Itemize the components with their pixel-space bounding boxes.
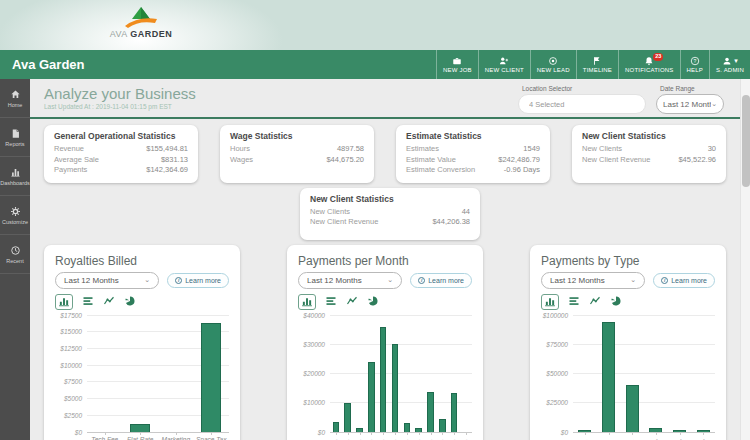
new-job-button[interactable]: NEW JOB: [436, 50, 478, 79]
sidebar-item-recent[interactable]: Recent: [0, 235, 30, 274]
bar-April, 2019: [380, 327, 387, 432]
pie-chart-icon[interactable]: [124, 293, 136, 311]
nav-label: NEW JOB: [443, 67, 472, 73]
new-client-button[interactable]: NEW CLIENT: [478, 50, 530, 79]
learn-more-button[interactable]: i Learn more: [410, 273, 472, 288]
nav-label: NEW LEAD: [537, 67, 570, 73]
y-axis-labels: $0$10000$20000$30000$40000: [298, 315, 330, 433]
bell-icon: 23: [644, 56, 654, 66]
sidebar-item-customize[interactable]: Customize: [0, 196, 30, 235]
last-updated-text: Last Updated At : 2019-11-04 01:15 pm ES…: [44, 103, 196, 110]
admin-user-menu[interactable]: ▾ S. ADMIN: [709, 50, 750, 79]
new-client-statistics-center-card: New Client Statistics New Clients44 New …: [300, 188, 480, 240]
y-tick-label: $100000: [543, 311, 568, 318]
center-stats-row: New Client Statistics New Clients44 New …: [30, 188, 750, 240]
stat-label: Hours: [230, 144, 250, 155]
bar-Space Tax: [201, 323, 221, 432]
learn-more-button[interactable]: i Learn more: [653, 273, 715, 288]
page-title: Analyze your Business: [44, 85, 196, 102]
plot-area: [573, 315, 715, 433]
pie-chart-icon[interactable]: [367, 293, 379, 311]
stat-value: 4897.58: [337, 144, 364, 155]
learn-more-label: Learn more: [428, 277, 464, 284]
chart-range-select[interactable]: Last 12 Months ⌄: [55, 272, 159, 289]
y-tick-label: $20000: [303, 370, 325, 377]
notification-badge: 23: [653, 53, 663, 61]
stat-value: $831.13: [161, 155, 188, 166]
y-tick-label: $5000: [64, 395, 82, 402]
sidebar-item-label: Reports: [5, 141, 24, 147]
stats-row: General Operational Statistics Revenue$1…: [30, 119, 750, 183]
stat-value: 44: [462, 207, 470, 218]
stat-label: Estimates: [406, 144, 439, 155]
nav-label: HELP: [687, 67, 703, 73]
gridline: [330, 344, 472, 345]
horizontal-bar-chart-icon[interactable]: [325, 293, 337, 311]
stat-value: $242,486.79: [498, 155, 540, 166]
stat-label: Payments: [54, 165, 87, 176]
stat-label: Wages: [230, 155, 253, 166]
bar-chart-icon[interactable]: [541, 294, 559, 310]
gridline: [573, 402, 715, 403]
range-value: Last 12 Months: [64, 276, 119, 285]
left-sidebar: Home Reports Dashboards Customize Recent: [0, 79, 30, 440]
y-tick-label: $17500: [60, 311, 82, 318]
y-tick-label: $12500: [60, 344, 82, 351]
y-tick-label: $10000: [303, 399, 325, 406]
x-tick-label: Space Tax: [196, 436, 226, 440]
pie-chart-icon[interactable]: [610, 293, 622, 311]
learn-more-button[interactable]: i Learn more: [167, 273, 229, 288]
bar-December, 2018: [333, 422, 340, 432]
timeline-button[interactable]: TIMELINE: [576, 50, 618, 79]
stat-value: $45,522.96: [678, 155, 716, 166]
nav-label: S. ADMIN: [716, 67, 744, 73]
vertical-scrollbar[interactable]: [740, 79, 750, 440]
gridline: [330, 373, 472, 374]
help-button[interactable]: ? HELP: [680, 50, 709, 79]
horizontal-bar-chart-icon[interactable]: [82, 293, 94, 311]
stat-value: $155,494.81: [146, 144, 188, 155]
general-operational-statistics-card: General Operational Statistics Revenue$1…: [44, 125, 198, 183]
stat-label: Average Sale: [54, 155, 99, 166]
chart-range-select[interactable]: Last 12 Months ⌄: [541, 272, 645, 289]
chart-title: Payments per Month: [298, 254, 472, 268]
sidebar-item-dashboards[interactable]: Dashboards: [0, 157, 30, 196]
home-icon: [10, 89, 21, 100]
sidebar-item-home[interactable]: Home: [0, 79, 30, 118]
x-tick-label: Flat Rate: [127, 436, 153, 440]
y-tick-label: $10000: [60, 361, 82, 368]
chart-range-select[interactable]: Last 12 Months ⌄: [298, 272, 402, 289]
bar-chart-icon[interactable]: [55, 294, 73, 310]
horizontal-bar-chart-icon[interactable]: [568, 293, 580, 311]
location-selector-input[interactable]: [518, 94, 646, 114]
y-tick-label: $0: [75, 428, 82, 435]
date-range-select[interactable]: Last 12 Months ⌄: [656, 94, 724, 114]
date-range-label: Date Range: [656, 85, 724, 92]
stat-value: -0.96 Days: [504, 165, 540, 176]
line-chart-icon[interactable]: [346, 293, 358, 311]
stat-label: Revenue: [54, 144, 84, 155]
help-icon: ?: [690, 56, 700, 66]
y-tick-label: $2500: [64, 411, 82, 418]
bar-chart-icon[interactable]: [298, 294, 316, 310]
y-axis-labels: $0$25000$50000$75000$100000: [541, 315, 573, 433]
stat-value: $142,364.69: [146, 165, 188, 176]
bar-June, 2019: [404, 423, 411, 432]
stat-value: 30: [708, 144, 716, 155]
card-title: General Operational Statistics: [54, 131, 188, 141]
scrollbar-thumb[interactable]: [742, 95, 750, 187]
sidebar-item-reports[interactable]: Reports: [0, 118, 30, 157]
payments-by-type-panel: Payments by Type Last 12 Months ⌄ i Lear…: [530, 245, 726, 440]
gridline: [573, 373, 715, 374]
notifications-button[interactable]: 23 NOTIFICATIONS: [618, 50, 680, 79]
new-lead-button[interactable]: NEW LEAD: [530, 50, 576, 79]
line-chart-icon[interactable]: [103, 293, 115, 311]
chart-type-switcher: [541, 294, 715, 310]
location-selector-label: Location Selector: [518, 85, 646, 92]
info-icon: i: [418, 277, 425, 284]
gridline: [330, 315, 472, 316]
stat-label: New Client Revenue: [310, 217, 378, 228]
line-chart-icon[interactable]: [589, 293, 601, 311]
card-title: Estimate Statistics: [406, 131, 540, 141]
info-icon: i: [175, 277, 182, 284]
